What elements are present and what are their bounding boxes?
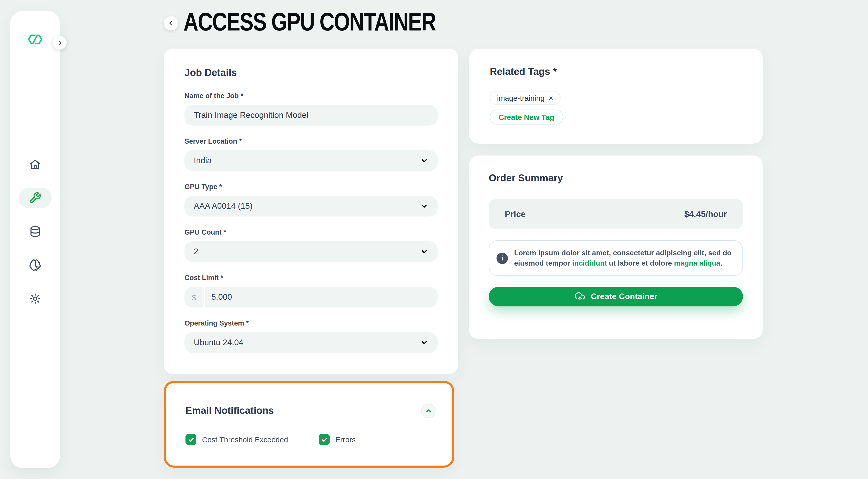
currency-prefix: $ <box>184 287 204 307</box>
cost-limit-input[interactable] <box>205 287 438 307</box>
tag-label: image-training <box>497 94 545 102</box>
order-summary-card: Order Summary Price $4.45/hour i Lorem i… <box>469 155 763 339</box>
gpu-count-select[interactable]: 2 <box>184 241 438 262</box>
chevron-right-icon <box>56 39 63 46</box>
infinity-logo-icon <box>27 34 43 47</box>
related-tags-card: Related Tags * image-training × Create N… <box>469 49 763 144</box>
checkbox-label: Errors <box>335 435 356 444</box>
wrench-icon <box>29 192 41 204</box>
summary-note-text: Lorem ipsum dolor sit amet, consectetur … <box>514 248 734 268</box>
order-summary-title: Order Summary <box>489 173 743 184</box>
gpu-type-label: GPU Type * <box>184 183 438 191</box>
field-operating-system: Operating System * Ubuntu 24.04 <box>184 319 438 353</box>
field-job-name: Name of the Job * <box>184 92 438 125</box>
gear-icon <box>29 293 41 305</box>
server-location-label: Server Location * <box>184 138 438 146</box>
chevron-down-icon <box>420 338 428 347</box>
tag-image-training[interactable]: image-training × <box>490 91 560 105</box>
checkbox-errors[interactable]: Errors <box>319 434 356 445</box>
job-name-label: Name of the Job * <box>184 92 438 100</box>
related-tags-title: Related Tags * <box>490 66 742 78</box>
email-notifications-title: Email Notifications <box>185 405 274 417</box>
email-notifications-card: Email Notifications Cost Threshold Excee… <box>164 381 454 468</box>
field-gpu-count: GPU Count * 2 <box>184 229 438 262</box>
server-location-value: India <box>194 156 212 166</box>
field-server-location: Server Location * India <box>184 138 438 171</box>
page-title: ACCESS GPU CONTAINER <box>183 9 436 35</box>
chevron-down-icon <box>420 202 428 210</box>
server-location-select[interactable]: India <box>184 150 438 171</box>
sidebar-item-ai-settings[interactable] <box>19 255 52 275</box>
gpu-count-label: GPU Count * <box>184 229 438 237</box>
price-label: Price <box>505 209 526 219</box>
gpu-type-select[interactable]: AAA A0014 (15) <box>184 196 438 216</box>
remove-tag-icon[interactable]: × <box>549 94 553 102</box>
sidebar-nav <box>10 154 60 309</box>
summary-note: i Lorem ipsum dolor sit amet, consectetu… <box>489 240 743 276</box>
notification-options-row: Cost Threshold Exceeded Errors <box>185 434 436 445</box>
sidebar-item-storage[interactable] <box>19 221 52 242</box>
chevron-left-icon <box>167 20 175 27</box>
checkbox-cost-threshold[interactable]: Cost Threshold Exceeded <box>185 434 319 445</box>
checkbox-checked-icon[interactable] <box>319 434 330 445</box>
create-new-tag-button[interactable]: Create New Tag <box>490 110 563 124</box>
cost-limit-label: Cost Limit * <box>184 274 438 282</box>
operating-system-value: Ubuntu 24.04 <box>194 338 243 347</box>
sidebar-item-home[interactable] <box>19 154 52 175</box>
checkbox-label: Cost Threshold Exceeded <box>202 435 288 444</box>
price-value: $4.45/hour <box>684 209 727 219</box>
create-container-label: Create Container <box>591 292 657 301</box>
job-details-title: Job Details <box>184 67 438 79</box>
chevron-down-icon <box>420 156 428 165</box>
sidebar-item-tools[interactable] <box>19 187 52 208</box>
sidebar-item-settings[interactable] <box>19 288 52 309</box>
field-cost-limit: Cost Limit * $ <box>184 274 438 307</box>
operating-system-label: Operating System * <box>184 319 438 328</box>
cloud-upload-icon <box>574 291 585 302</box>
home-icon <box>29 158 41 171</box>
job-name-input[interactable] <box>184 105 438 125</box>
price-row: Price $4.45/hour <box>489 199 743 229</box>
sidebar-expand-button[interactable] <box>53 36 67 50</box>
operating-system-select[interactable]: Ubuntu 24.04 <box>184 332 438 353</box>
brain-gear-icon <box>29 259 41 271</box>
chevron-up-icon <box>425 407 432 415</box>
collapse-section-button[interactable] <box>421 403 436 418</box>
info-icon: i <box>497 252 508 264</box>
database-icon <box>29 225 41 238</box>
chevron-down-icon <box>420 247 428 256</box>
create-container-button[interactable]: Create Container <box>489 287 743 306</box>
gpu-count-value: 2 <box>194 247 198 256</box>
sidebar <box>10 11 60 468</box>
app: ACCESS GPU CONTAINER Job Details Name of… <box>0 0 868 479</box>
gpu-type-value: AAA A0014 (15) <box>194 202 253 211</box>
field-gpu-type: GPU Type * AAA A0014 (15) <box>184 183 438 216</box>
checkbox-checked-icon[interactable] <box>185 434 196 445</box>
job-details-card: Job Details Name of the Job * Server Loc… <box>164 49 458 374</box>
back-button[interactable] <box>164 16 178 30</box>
